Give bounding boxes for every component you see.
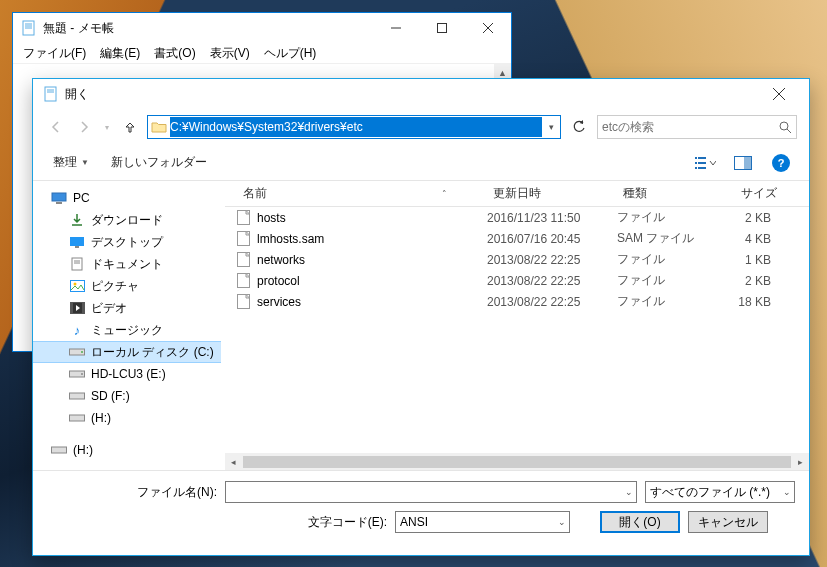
svg-rect-26 xyxy=(70,237,84,246)
dialog-titlebar[interactable]: 開く xyxy=(33,79,809,109)
file-date: 2013/08/22 22:25 xyxy=(479,274,609,288)
address-dropdown[interactable]: ▾ xyxy=(542,122,560,132)
sort-asc-icon: ˄ xyxy=(442,189,447,199)
menu-help[interactable]: ヘルプ(H) xyxy=(258,43,323,64)
col-name[interactable]: 名前 ˄ xyxy=(235,185,485,202)
new-folder-button[interactable]: 新しいフォルダー xyxy=(105,151,213,174)
svg-rect-18 xyxy=(698,157,706,159)
tree-videos[interactable]: ビデオ xyxy=(33,297,221,319)
filter-combo[interactable]: すべてのファイル (*.*) ⌄ xyxy=(645,481,795,503)
file-date: 2016/11/23 11:50 xyxy=(479,211,609,225)
documents-icon xyxy=(69,256,85,272)
file-row[interactable]: networks2013/08/22 22:25ファイル1 KB xyxy=(225,249,809,270)
file-name: networks xyxy=(257,253,305,267)
file-size: 2 KB xyxy=(719,274,779,288)
refresh-button[interactable] xyxy=(567,115,591,139)
chevron-down-icon[interactable]: ⌄ xyxy=(620,487,636,497)
up-button[interactable] xyxy=(119,116,141,138)
notepad-menubar: ファイル(F) 編集(E) 書式(O) 表示(V) ヘルプ(H) xyxy=(13,43,511,63)
search-box[interactable] xyxy=(597,115,797,139)
tree-sd-f[interactable]: SD (F:) xyxy=(33,385,221,407)
svg-rect-42 xyxy=(52,447,67,453)
videos-icon xyxy=(69,300,85,316)
preview-pane-button[interactable] xyxy=(729,151,757,175)
col-date[interactable]: 更新日時 xyxy=(485,185,615,202)
downloads-icon xyxy=(69,212,85,228)
tree-label: デスクトップ xyxy=(91,234,163,251)
menu-view[interactable]: 表示(V) xyxy=(204,43,256,64)
filter-value: すべてのファイル (*.*) xyxy=(650,484,778,501)
chevron-down-icon[interactable]: ⌄ xyxy=(778,487,794,497)
column-headers[interactable]: 名前 ˄ 更新日時 種類 サイズ xyxy=(225,181,809,207)
tree-pictures[interactable]: ピクチャ xyxy=(33,275,221,297)
dialog-close-button[interactable] xyxy=(759,79,799,109)
forward-button[interactable] xyxy=(73,116,95,138)
drive-icon xyxy=(69,388,85,404)
chevron-down-icon[interactable]: ⌄ xyxy=(553,517,569,527)
filename-combo[interactable]: ⌄ xyxy=(225,481,637,503)
file-size: 2 KB xyxy=(719,211,779,225)
svg-point-37 xyxy=(81,351,83,353)
drive-icon xyxy=(51,442,67,458)
col-size[interactable]: サイズ xyxy=(725,185,785,202)
hscroll-track[interactable] xyxy=(242,453,792,470)
file-size: 4 KB xyxy=(719,232,779,246)
file-type: SAM ファイル xyxy=(609,230,719,247)
hscrollbar[interactable]: ◂ ▸ xyxy=(225,453,809,470)
notepad-titlebar[interactable]: 無題 - メモ帳 xyxy=(13,13,511,43)
tree-hdlcu3[interactable]: HD-LCU3 (E:) xyxy=(33,363,221,385)
menu-format[interactable]: 書式(O) xyxy=(148,43,201,64)
tree-local-disk-c[interactable]: ローカル ディスク (C:) xyxy=(33,341,221,363)
svg-rect-28 xyxy=(72,258,82,270)
dialog-title: 開く xyxy=(65,86,89,103)
menu-file[interactable]: ファイル(F) xyxy=(17,43,92,64)
help-button[interactable]: ? xyxy=(767,151,795,175)
desktop-icon xyxy=(69,234,85,250)
drive-icon xyxy=(69,410,85,426)
tree-desktop[interactable]: デスクトップ xyxy=(33,231,221,253)
organize-button[interactable]: 整理 ▼ xyxy=(47,151,95,174)
file-size: 18 KB xyxy=(719,295,779,309)
hscroll-thumb[interactable] xyxy=(243,456,791,468)
file-size: 1 KB xyxy=(719,253,779,267)
address-bar[interactable]: ▾ xyxy=(147,115,561,139)
filename-input[interactable] xyxy=(226,485,620,499)
col-type[interactable]: 種類 xyxy=(615,185,725,202)
view-options-button[interactable] xyxy=(691,151,719,175)
cancel-button[interactable]: キャンセル xyxy=(688,511,768,533)
address-input[interactable] xyxy=(170,117,542,137)
tree-downloads[interactable]: ダウンロード xyxy=(33,209,221,231)
tree-documents[interactable]: ドキュメント xyxy=(33,253,221,275)
minimize-button[interactable] xyxy=(373,13,419,43)
file-row[interactable]: hosts2016/11/23 11:50ファイル2 KB xyxy=(225,207,809,228)
hscroll-right-icon[interactable]: ▸ xyxy=(792,453,809,470)
file-date: 2013/08/22 22:25 xyxy=(479,253,609,267)
maximize-button[interactable] xyxy=(419,13,465,43)
search-icon[interactable] xyxy=(775,121,792,134)
dialog-bottom-panel: ファイル名(N): ⌄ すべてのファイル (*.*) ⌄ 文字コード(E): A… xyxy=(33,470,809,555)
encoding-combo[interactable]: ANSI ⌄ xyxy=(395,511,570,533)
menu-edit[interactable]: 編集(E) xyxy=(94,43,146,64)
tree-pc[interactable]: PC xyxy=(33,187,221,209)
file-list[interactable]: hosts2016/11/23 11:50ファイル2 KBlmhosts.sam… xyxy=(225,207,809,453)
search-input[interactable] xyxy=(602,120,775,134)
tree-h2[interactable]: (H:) xyxy=(33,439,221,461)
back-button[interactable] xyxy=(45,116,67,138)
file-name: services xyxy=(257,295,301,309)
open-button[interactable]: 開く(O) xyxy=(600,511,680,533)
tree-music[interactable]: ♪ ミュージック xyxy=(33,319,221,341)
svg-rect-27 xyxy=(75,246,79,248)
tree-h[interactable]: (H:) xyxy=(33,407,221,429)
tree-label: ドキュメント xyxy=(91,256,163,273)
recent-dropdown[interactable]: ▾ xyxy=(101,116,113,138)
svg-rect-23 xyxy=(52,193,66,201)
svg-rect-5 xyxy=(438,24,447,33)
folder-tree[interactable]: PC ダウンロード デスクトップ ドキュメント ピクチャ ビデオ xyxy=(33,181,221,470)
hscroll-left-icon[interactable]: ◂ xyxy=(225,453,242,470)
close-button[interactable] xyxy=(465,13,511,43)
notepad-icon xyxy=(21,20,37,36)
file-row[interactable]: protocol2013/08/22 22:25ファイル2 KB xyxy=(225,270,809,291)
file-row[interactable]: services2013/08/22 22:25ファイル18 KB xyxy=(225,291,809,312)
file-icon xyxy=(235,273,251,289)
file-row[interactable]: lmhosts.sam2016/07/16 20:45SAM ファイル4 KB xyxy=(225,228,809,249)
